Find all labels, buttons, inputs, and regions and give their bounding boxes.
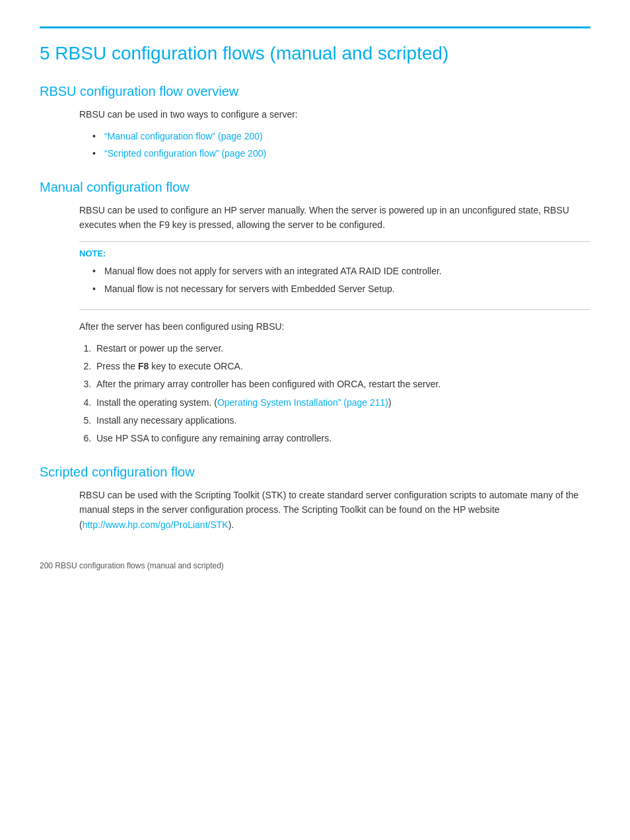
scripted-body: RBSU can be used with the Scripting Tool… xyxy=(40,488,590,532)
step-2-before: Press the xyxy=(96,361,138,371)
list-item: Install the operating system. (Operating… xyxy=(94,395,590,410)
scripted-intro: RBSU can be used with the Scripting Tool… xyxy=(79,488,590,532)
list-item: Use HP SSA to configure any remaining ar… xyxy=(94,431,590,445)
section-scripted: Scripted configuration flow RBSU can be … xyxy=(40,465,590,532)
manual-body: RBSU can be used to configure an HP serv… xyxy=(40,203,590,446)
page-footer: 200 RBSU configuration flows (manual and… xyxy=(40,561,224,570)
note-label: NOTE: xyxy=(79,248,590,258)
os-installation-link[interactable]: Operating System Installation” (page 211… xyxy=(217,397,388,408)
overview-intro: RBSU can be used in two ways to configur… xyxy=(79,107,590,122)
step-3-text: After the primary array controller has b… xyxy=(96,379,440,389)
steps-list: Restart or power up the server. Press th… xyxy=(94,341,590,446)
section-manual: Manual configuration flow RBSU can be us… xyxy=(40,180,590,446)
step-2-after: key to execute ORCA. xyxy=(149,361,242,371)
list-item: “Manual configuration flow” (page 200) xyxy=(92,129,590,143)
manual-intro: RBSU can be used to configure an HP serv… xyxy=(79,203,590,233)
page-container: 5 RBSU configuration flows (manual and s… xyxy=(0,0,630,590)
list-item: Install any necessary applications. xyxy=(94,413,590,428)
step-4-after: ) xyxy=(388,397,392,408)
scripted-flow-link[interactable]: “Scripted configuration flow” (page 200) xyxy=(104,148,266,159)
section-overview: RBSU configuration flow overview RBSU ca… xyxy=(40,84,590,161)
stk-link[interactable]: http://www.hp.com/go/ProLiant/STK xyxy=(83,519,228,530)
list-item: Manual flow does not apply for servers w… xyxy=(92,264,590,278)
overview-body: RBSU can be used in two ways to configur… xyxy=(40,107,590,161)
list-item: Restart or power up the server. xyxy=(94,341,590,356)
step-2-bold: F8 xyxy=(138,361,149,371)
scripted-intro-after: ). xyxy=(228,519,234,530)
overview-links-list: “Manual configuration flow” (page 200) “… xyxy=(92,129,590,161)
manual-title: Manual configuration flow xyxy=(40,180,590,195)
scripted-title: Scripted configuration flow xyxy=(40,465,590,480)
after-config-text: After the server has been configured usi… xyxy=(79,319,590,334)
note-box: NOTE: Manual flow does not apply for ser… xyxy=(79,241,590,310)
step-1-text: Restart or power up the server. xyxy=(96,343,223,354)
list-item: Manual flow is not necessary for servers… xyxy=(92,282,590,296)
list-item: After the primary array controller has b… xyxy=(94,377,590,391)
note-items-list: Manual flow does not apply for servers w… xyxy=(92,264,590,296)
step-4-before: Install the operating system. ( xyxy=(96,397,217,408)
overview-title: RBSU configuration flow overview xyxy=(40,84,590,99)
top-border xyxy=(40,26,590,28)
manual-flow-link[interactable]: “Manual configuration flow” (page 200) xyxy=(104,131,263,141)
list-item: Press the F8 key to execute ORCA. xyxy=(94,359,590,373)
step-6-text: Use HP SSA to configure any remaining ar… xyxy=(96,433,332,443)
list-item: “Scripted configuration flow” (page 200) xyxy=(92,146,590,161)
step-5-text: Install any necessary applications. xyxy=(96,415,236,426)
page-title: 5 RBSU configuration flows (manual and s… xyxy=(40,42,590,65)
